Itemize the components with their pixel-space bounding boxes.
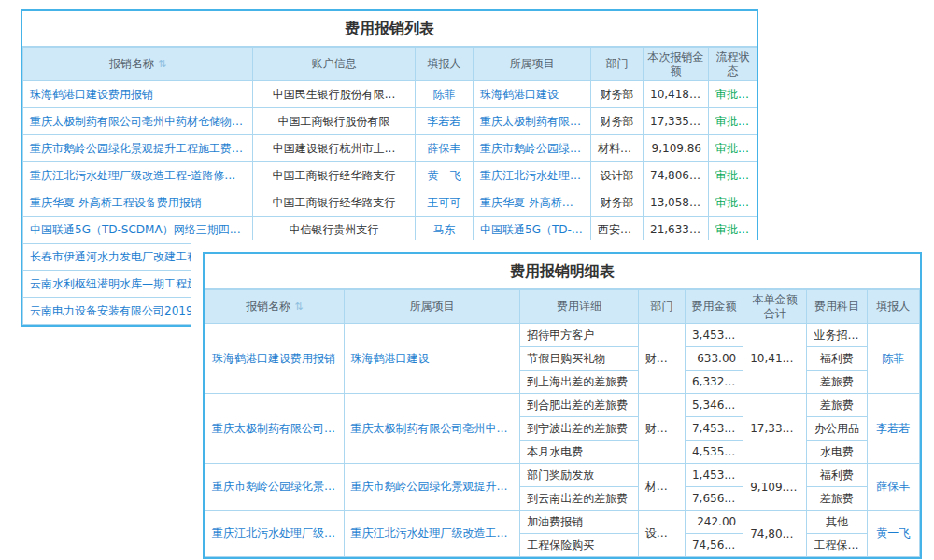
filler-link[interactable]: 陈菲 [416,81,474,108]
project-link[interactable]: 重庆市鹅岭公园绿化景观提升... [474,135,591,162]
flow-status-link[interactable]: 审批通过 [709,81,757,108]
detail-header-label: 费用详细 [557,300,601,313]
expense-amount: 7,656.86 [685,487,743,511]
list-header-label: 报销名称 [109,57,154,70]
list-row: 重庆华夏 外高桥工程设备费用报销中国工商银行经华路支行王可可重庆华夏 外高桥工程… [23,189,757,217]
department: 材料采购 [638,464,685,511]
filler-link[interactable]: 陈菲 [867,324,919,394]
expense-detail-item: 加油费报销 [520,511,638,534]
filler-link[interactable]: 王可可 [416,189,474,217]
detail-header-7: 填报人 [867,290,919,324]
group-total-amount: 17,335.35 [743,394,807,464]
account-info: 中国工商银行经华路支行 [253,189,416,217]
detail-header-3: 部门 [638,290,685,324]
detail-header-1: 所属项目 [344,290,520,324]
filler-link[interactable]: 黄一飞 [867,511,919,557]
project-link[interactable]: 珠海鹤港口建设 [344,324,520,394]
project-link[interactable]: 重庆太极制药有限公司亳州中... [474,108,591,135]
list-table-title: 费用报销列表 [22,11,757,47]
reimburse-amount: 74,806.00 [644,162,709,189]
expense-detail-item: 工程保险购买 [520,534,638,557]
list-row: 重庆太极制药有限公司亳州中药材仓储物流基地项...中国工商银行股份有限李若若重庆… [23,108,757,135]
detail-header-label: 费用金额 [692,300,737,313]
detail-header-label: 部门 [650,300,672,313]
expense-category: 工程保险费 [807,534,867,557]
list-header-3: 所属项目 [474,48,591,81]
expense-detail-item: 到合肥出差的差旅费 [520,394,638,417]
detail-header-0[interactable]: 报销名称⇅ [205,290,345,324]
expense-amount: 74,564... [685,534,743,557]
reimbursement-name-link[interactable]: 重庆太极制药有限公司亳州中药材仓储物流基地项... [23,108,253,135]
reimbursement-name-link[interactable]: 重庆市鹅岭公园绿化景观提升工程施工费用报销 [23,135,253,162]
reimbursement-name-link[interactable]: 重庆太极制药有限公司亳州中药... [205,394,345,464]
flow-status-link[interactable]: 审批通过 [709,135,757,162]
reimbursement-name-link[interactable]: 珠海鹤港口建设费用报销 [23,81,253,108]
expense-amount: 4,535.65 [685,441,743,464]
expense-category: 水电费 [807,441,867,464]
group-total-amount: 10,418.60 [743,324,807,394]
page: 费用报销列表 报销名称⇅账户信息填报人所属项目部门本次报销金额流程状态 珠海鹤港… [0,0,934,560]
sort-icon[interactable]: ⇅ [294,301,303,313]
expense-amount: 1,453.00 [685,464,743,487]
list-header-5: 本次报销金额 [644,48,709,81]
expense-detail-item: 招待甲方客户 [520,324,638,347]
department: 材料采购 [591,135,644,162]
expense-detail-item: 部门奖励发放 [520,464,638,487]
filler-link[interactable]: 李若若 [416,108,474,135]
reimbursement-name-link[interactable]: 重庆华夏 外高桥工程设备费用报销 [23,189,253,217]
list-header-label: 填报人 [428,57,461,70]
group-total-amount: 74,806.00 [743,511,807,557]
flow-status-link[interactable]: 审批通过 [709,162,757,189]
detail-header-5: 本单金额合计 [743,290,807,324]
department: 财务部 [591,189,644,217]
expense-detail-panel-border: 费用报销明细表 报销名称⇅所属项目费用详细部门费用金额本单金额合计费用科目填报人… [203,252,922,559]
list-header-row: 报销名称⇅账户信息填报人所属项目部门本次报销金额流程状态 [23,48,757,81]
filler-link[interactable]: 薛保丰 [416,135,474,162]
reimburse-amount: 17,335.35 [644,108,709,135]
detail-header-label: 费用科目 [814,300,859,313]
reimbursement-name-link[interactable]: 珠海鹤港口建设费用报销 [205,324,345,394]
project-link[interactable]: 重庆太极制药有限公司亳州中药材仓储物流... [344,394,520,464]
expense-detail-panel: 费用报销明细表 报销名称⇅所属项目费用详细部门费用金额本单金额合计费用科目填报人… [191,240,934,560]
detail-header-label: 所属项目 [409,300,454,313]
list-row: 重庆市鹅岭公园绿化景观提升工程施工费用报销中国建设银行杭州市上...薛保丰重庆市… [23,135,757,162]
detail-header-label: 报销名称 [246,300,290,313]
expense-detail-table: 报销名称⇅所属项目费用详细部门费用金额本单金额合计费用科目填报人 珠海鹤港口建设… [205,289,920,557]
expense-detail-item: 本月水电费 [520,441,638,464]
expense-amount: 6,332.00 [685,371,743,394]
flow-status-link[interactable]: 审批通过 [709,189,757,217]
sort-icon[interactable]: ⇅ [158,58,166,70]
department: 财务部 [638,394,685,464]
flow-status-link[interactable]: 审批通过 [709,108,757,135]
list-header-4: 部门 [591,48,644,81]
expense-category: 办公用品 [807,417,867,441]
reimbursement-name-link[interactable]: 重庆市鹅岭公园绿化景观提升工程... [205,464,345,511]
project-link[interactable]: 重庆江北污水处理厂级改造工... [474,162,591,189]
reimbursement-name-link[interactable]: 重庆江北污水处理厂级改造工程-... [205,511,345,557]
list-header-label: 流程状态 [716,50,750,77]
filler-link[interactable]: 黄一飞 [416,162,474,189]
filler-link[interactable]: 薛保丰 [867,464,919,511]
detail-row: 重庆太极制药有限公司亳州中药...重庆太极制药有限公司亳州中药材仓储物流...到… [205,394,920,417]
group-total-amount: 9,109.86 [743,464,807,511]
expense-detail-item: 到宁波出差的差旅费 [520,417,638,441]
project-link[interactable]: 珠海鹤港口建设 [474,81,591,108]
detail-header-2: 费用详细 [520,290,638,324]
expense-category: 差旅费 [807,371,867,394]
project-link[interactable]: 重庆江北污水处理厂级改造工程-道路修复工 [344,511,520,557]
detail-header-label: 填报人 [876,300,910,313]
detail-row: 珠海鹤港口建设费用报销珠海鹤港口建设招待甲方客户财务部3,453.6010,41… [205,324,920,347]
detail-table-title: 费用报销明细表 [205,254,920,289]
expense-detail-item: 到上海出差的差旅费 [520,371,638,394]
account-info: 中国民生银行股份有限... [253,81,416,108]
expense-detail-item: 到云南出差的差旅费 [520,487,638,511]
list-header-0[interactable]: 报销名称⇅ [23,48,253,81]
filler-link[interactable]: 李若若 [867,394,919,464]
detail-header-row: 报销名称⇅所属项目费用详细部门费用金额本单金额合计费用科目填报人 [205,290,920,324]
list-header-6: 流程状态 [709,48,757,81]
detail-row: 重庆江北污水处理厂级改造工程-...重庆江北污水处理厂级改造工程-道路修复工加油… [205,511,920,534]
project-link[interactable]: 重庆市鹅岭公园绿化景观提升工程施工 [344,464,520,511]
list-header-label: 账户信息 [312,57,357,70]
reimbursement-name-link[interactable]: 重庆江北污水处理厂级改造工程-道路修复工程费用... [23,162,253,189]
project-link[interactable]: 重庆华夏 外高桥工程设备 [474,189,591,217]
